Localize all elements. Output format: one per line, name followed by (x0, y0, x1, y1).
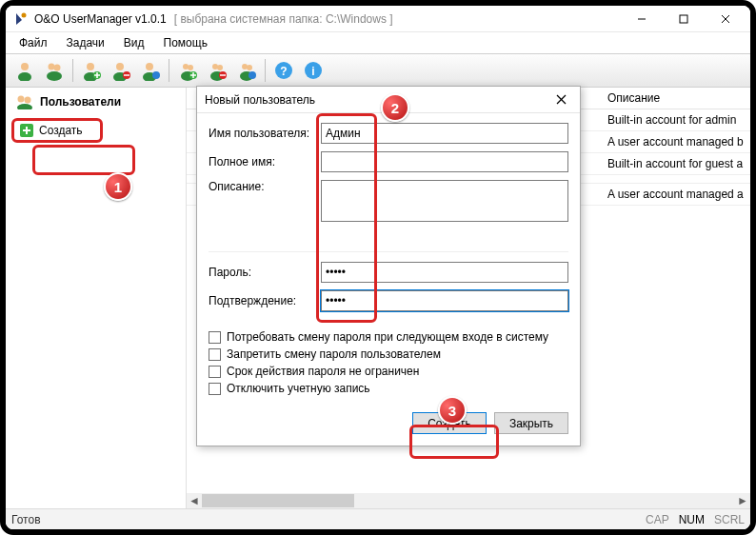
svg-text:?: ? (280, 65, 287, 78)
svg-point-0 (22, 12, 27, 17)
num-indicator: NUM (679, 513, 705, 526)
confirm-label: Подтверждение: (209, 294, 321, 307)
username-input[interactable] (321, 123, 568, 144)
svg-point-28 (247, 65, 252, 70)
fullname-input[interactable] (321, 151, 568, 172)
dialog-close-button[interactable] (549, 89, 572, 111)
horizontal-scrollbar[interactable]: ◄ ► (187, 493, 750, 508)
menubar: Файл Задачи Вид Помощь (6, 32, 750, 53)
maximize-button[interactable] (663, 6, 705, 32)
column-description[interactable]: Описание (600, 88, 750, 109)
svg-text:i: i (311, 65, 314, 78)
scroll-thumb[interactable] (202, 494, 354, 507)
svg-point-5 (21, 63, 29, 70)
checkbox-disable-account[interactable]: Отключить учетную запись (209, 382, 568, 395)
main-window: O&O UserManager v1.0.1 [ выбрана системн… (6, 6, 750, 529)
statusbar: Готов CAP NUM SCRL (6, 508, 750, 529)
password-input[interactable] (321, 262, 568, 283)
svg-point-20 (188, 65, 193, 70)
confirm-password-input[interactable] (321, 290, 568, 311)
checkbox-forbid-change[interactable]: Запретить смену пароля пользователем (209, 347, 568, 361)
~-input[interactable] (321, 180, 568, 222)
window-subtitle: [ выбрана системная папка: C:\Windows ] (174, 12, 393, 26)
scroll-right-icon[interactable]: ► (735, 493, 750, 508)
password-label: Пароль: (209, 266, 321, 279)
create-user-button[interactable]: Создать (11, 118, 103, 143)
menu-file[interactable]: Файл (11, 34, 55, 51)
svg-point-37 (17, 104, 32, 109)
svg-point-7 (49, 64, 55, 70)
svg-point-9 (47, 71, 62, 81)
users-tree-icon (15, 94, 34, 109)
dialog-title: Новый пользователь (205, 93, 315, 107)
fullname-label: Полное имя: (209, 155, 321, 168)
checkbox-require-change[interactable]: Потребовать смену пароля при следующем в… (209, 330, 568, 344)
svg-point-13 (116, 63, 124, 70)
annotation-badge-1: 1 (104, 172, 132, 201)
svg-point-23 (212, 64, 218, 69)
toolbar-user-remove-icon[interactable] (108, 57, 134, 84)
status-text: Готов (11, 513, 41, 526)
minimize-button[interactable] (621, 6, 663, 32)
create-user-label: Создать (39, 124, 83, 137)
svg-rect-2 (680, 15, 687, 23)
svg-point-35 (18, 96, 25, 103)
menu-help[interactable]: Помощь (156, 34, 215, 51)
toolbar-user-add-icon[interactable] (78, 57, 105, 84)
svg-point-18 (152, 71, 160, 79)
svg-point-24 (217, 65, 223, 70)
toolbar-user-edit-icon[interactable] (137, 57, 164, 84)
menu-tasks[interactable]: Задачи (59, 34, 112, 51)
svg-point-6 (18, 72, 31, 81)
toolbar: ? i (6, 53, 750, 88)
checkbox-never-expire[interactable]: Срок действия пароля не ограничен (209, 365, 568, 378)
toolbar-users-group-icon[interactable] (41, 57, 68, 84)
svg-point-19 (183, 64, 189, 69)
toolbar-group-edit-icon[interactable] (233, 57, 260, 84)
username-label: Имя пользователя: (209, 127, 321, 140)
annotation-badge-2: 2 (381, 93, 409, 122)
titlebar: O&O UserManager v1.0.1 [ выбрана системн… (6, 6, 750, 32)
dialog-close-action-button[interactable]: Закрыть (494, 412, 568, 434)
svg-point-16 (146, 63, 153, 70)
annotation-badge-3: 3 (438, 396, 467, 425)
cap-indicator: CAP (646, 513, 669, 526)
scroll-left-icon[interactable]: ◄ (187, 493, 202, 508)
tree-root-label: Пользователи (40, 95, 121, 109)
description-label: Описание: (209, 180, 321, 193)
toolbar-group-remove-icon[interactable] (204, 57, 230, 84)
tree-root-users[interactable]: Пользователи (11, 91, 180, 112)
svg-point-27 (242, 64, 248, 69)
scrl-phindicator: SCRL (714, 513, 745, 526)
plus-icon (20, 124, 33, 137)
window-title: O&O UserManager v1.0.1 (34, 12, 167, 26)
menu-view[interactable]: Вид (116, 34, 152, 51)
new-user-dialog: Новый пользователь Имя пользователя: Пол… (196, 86, 581, 446)
toolbar-help-icon[interactable]: ? (270, 57, 297, 84)
sidebar: Пользователи Создать (6, 88, 187, 508)
svg-point-30 (249, 71, 256, 79)
app-logo-icon (13, 11, 29, 27)
svg-point-8 (54, 65, 61, 71)
toolbar-about-icon[interactable]: i (300, 57, 327, 84)
svg-point-36 (25, 97, 31, 104)
close-button[interactable] (705, 6, 746, 32)
toolbar-group-add-icon[interactable] (174, 57, 201, 84)
toolbar-user-single-icon[interactable] (11, 57, 38, 84)
svg-point-10 (87, 63, 94, 70)
